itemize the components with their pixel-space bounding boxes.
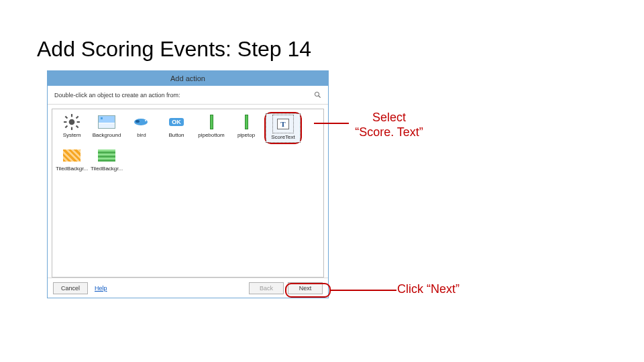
highlight-scoretext: T ScoreText	[264, 112, 302, 144]
object-scoretext[interactable]: T ScoreText	[266, 114, 300, 142]
add-action-dialog: Add action Double-click an object to cre…	[47, 70, 329, 298]
object-panel: System Background bird OK Button pipebot…	[52, 109, 324, 278]
tile-icon	[63, 149, 80, 162]
instruction-row: Double-click an object to create an acti…	[48, 86, 328, 105]
next-button[interactable]: Next	[288, 282, 323, 294]
object-bird[interactable]: bird	[125, 112, 158, 144]
object-button[interactable]: OK Button	[160, 112, 193, 144]
object-pipetop[interactable]: pipetop	[229, 112, 263, 144]
object-row-2: TiledBackgr... TiledBackgr...	[55, 145, 321, 174]
object-background[interactable]: Background	[90, 112, 123, 144]
object-label: pipetop	[237, 132, 255, 138]
svg-line-1	[319, 96, 321, 98]
svg-point-0	[315, 92, 319, 96]
background-icon	[98, 115, 115, 129]
object-pipebottom[interactable]: pipebottom	[195, 112, 228, 144]
object-tiledbg-1[interactable]: TiledBackgr...	[55, 145, 89, 174]
object-label: bird	[137, 132, 146, 138]
object-tiledbg-2[interactable]: TiledBackgr...	[90, 145, 123, 174]
object-label: Background	[93, 132, 121, 138]
object-area: System Background bird OK Button pipebot…	[48, 105, 328, 278]
svg-rect-3	[71, 114, 72, 117]
svg-rect-6	[77, 121, 80, 123]
svg-rect-4	[71, 127, 72, 130]
bird-icon	[133, 117, 150, 127]
annotation-next: Click “Next”	[397, 282, 460, 297]
connector-next	[331, 290, 396, 291]
svg-point-13	[145, 120, 146, 121]
tile-icon	[98, 149, 115, 162]
object-label: TiledBackgr...	[91, 166, 123, 172]
annotation-line: Select	[349, 111, 429, 125]
search-button[interactable]	[303, 90, 321, 101]
svg-rect-8	[76, 125, 79, 129]
annotation-scoretext: Select “Score. Text”	[349, 111, 429, 139]
text-icon: T	[277, 119, 289, 129]
gear-icon	[63, 113, 80, 131]
ok-icon: OK	[169, 118, 184, 126]
slide-title: Add Scoring Events: Step 14	[37, 37, 311, 62]
pipe-icon	[245, 115, 248, 129]
svg-rect-5	[64, 121, 66, 123]
object-label: TiledBackgr...	[56, 166, 88, 172]
dialog-button-row: Cancel Help Back Next	[48, 278, 328, 298]
svg-point-2	[69, 119, 75, 125]
dialog-title: Add action	[170, 74, 205, 82]
object-system[interactable]: System	[55, 112, 89, 144]
dialog-titlebar[interactable]: Add action	[48, 71, 328, 86]
help-link[interactable]: Help	[95, 285, 107, 292]
svg-rect-7	[65, 116, 68, 119]
object-label: pipebottom	[198, 132, 225, 138]
svg-rect-9	[76, 116, 79, 119]
annotation-line: “Score. Text”	[349, 125, 429, 140]
svg-point-12	[136, 120, 140, 123]
cancel-button[interactable]: Cancel	[53, 282, 88, 294]
pipe-icon	[210, 115, 213, 129]
object-label: System	[63, 132, 81, 138]
object-label: ScoreText	[271, 134, 295, 140]
object-row-1: System Background bird OK Button pipebot…	[55, 112, 321, 144]
instruction-text: Double-click an object to create an acti…	[54, 92, 303, 99]
svg-rect-10	[65, 125, 68, 129]
search-icon	[314, 91, 321, 99]
object-label: Button	[168, 132, 184, 138]
back-button: Back	[249, 282, 284, 294]
